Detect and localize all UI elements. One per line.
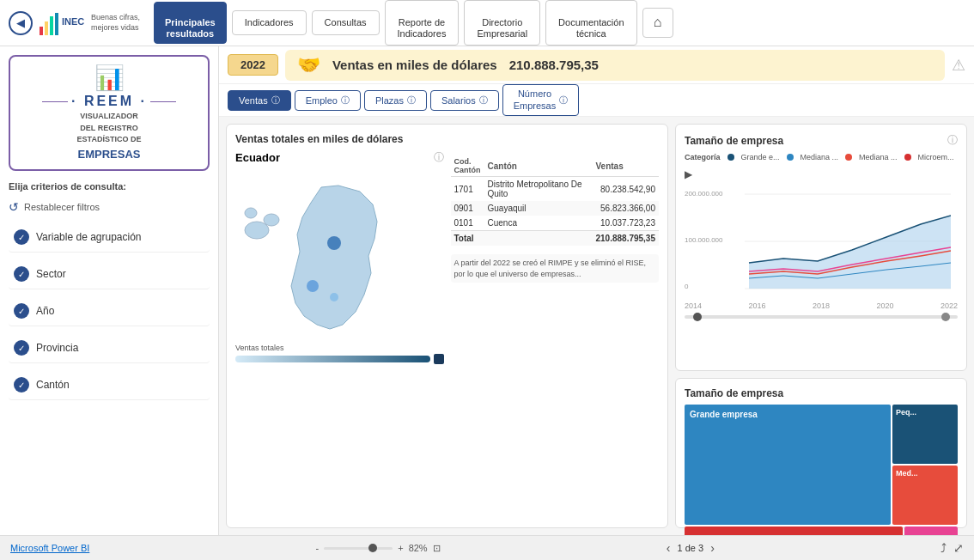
nav-tab-principales[interactable]: Principales resultados bbox=[154, 2, 227, 45]
table-row: 0101 Cuenca 10.037.723,23 bbox=[451, 216, 660, 231]
info-icon-ventas: ⓘ bbox=[271, 94, 280, 107]
criteria-label: Elija criterios de consulta: bbox=[9, 181, 210, 192]
banner-value: 210.888.795,35 bbox=[509, 58, 599, 72]
line-chart-x-labels: 2014 2016 2018 2020 2022 bbox=[685, 301, 958, 310]
info-icon-empresas: ⓘ bbox=[559, 95, 568, 106]
company-size-line-chart: Tamaño de empresa ⓘ Categoría Grande e..… bbox=[675, 124, 967, 371]
treemap-mediana-e[interactable]: Mediana e... bbox=[685, 527, 903, 535]
treemap-grande[interactable]: Grande empresa bbox=[685, 405, 891, 525]
filter-provincia[interactable]: ✓ Provincia bbox=[9, 333, 210, 363]
nav-tab-indicadores[interactable]: Indicadores bbox=[232, 10, 307, 34]
table-row: 1701 Distrito Metropolitano De Quito 80.… bbox=[451, 177, 660, 202]
reem-title: · REEM · bbox=[71, 94, 147, 109]
chevron-icon: ✓ bbox=[14, 229, 29, 245]
legend-more[interactable]: ▶ bbox=[685, 168, 692, 180]
svg-point-10 bbox=[307, 280, 319, 292]
line-chart-legend: Categoría Grande e... Mediana ... Median… bbox=[685, 153, 958, 180]
svg-point-6 bbox=[245, 222, 269, 239]
map-label: Ecuador bbox=[235, 151, 280, 164]
metric-tabs: Ventas ⓘ Empleo ⓘ Plazas ⓘ Salarios ⓘ Nú… bbox=[219, 84, 974, 117]
filter-canton[interactable]: ✓ Cantón bbox=[9, 370, 210, 400]
chevron-icon: ✓ bbox=[14, 303, 29, 319]
svg-point-8 bbox=[245, 208, 257, 218]
inec-tagline: Buenas cifras, mejores vidas bbox=[91, 13, 140, 33]
treemap-visual: Grande empresa Peq... Med... bbox=[685, 405, 958, 525]
legend-label-mediana2: Mediana ... bbox=[859, 153, 898, 161]
svg-text:INEC: INEC bbox=[62, 16, 84, 27]
reem-branding: 📊 · REEM · VISUALIZADOR DEL REGISTRO EST… bbox=[9, 55, 210, 171]
back-button[interactable]: ◀ bbox=[9, 11, 33, 35]
fit-screen-icon[interactable]: ⊡ bbox=[433, 543, 441, 554]
filter-año[interactable]: ✓ Año bbox=[9, 296, 210, 326]
page-prev-button[interactable]: ‹ bbox=[667, 541, 671, 555]
slider-thumb-right[interactable] bbox=[941, 313, 950, 321]
nav-tab-consultas[interactable]: Consultas bbox=[312, 10, 380, 34]
company-size-treemap: Tamaño de empresa Grande empresa Peq... bbox=[675, 378, 967, 528]
tab-empleo[interactable]: Empleo ⓘ bbox=[295, 90, 361, 111]
line-chart-info-icon[interactable]: ⓘ bbox=[947, 133, 958, 148]
legend-label: Ventas totales bbox=[235, 344, 284, 352]
slider-thumb-left[interactable] bbox=[693, 313, 702, 321]
tab-numero-empresas[interactable]: Número Empresas ⓘ bbox=[502, 84, 580, 115]
expand-icons: ⤴ ⤢ bbox=[941, 541, 964, 555]
zoom-plus-button[interactable]: + bbox=[398, 543, 403, 553]
svg-text:100.000.000: 100.000.000 bbox=[685, 236, 723, 244]
nav-tab-directorio[interactable]: Directorio Empresarial bbox=[464, 0, 540, 46]
col-ventas: Ventas bbox=[592, 155, 659, 177]
tab-plazas[interactable]: Plazas ⓘ bbox=[364, 90, 427, 111]
reem-icon: 📊 bbox=[17, 64, 201, 92]
zoom-value: 82% bbox=[409, 543, 428, 553]
tab-salarios[interactable]: Salarios ⓘ bbox=[430, 90, 499, 111]
ecuador-map[interactable] bbox=[235, 170, 416, 338]
year-badge: 2022 bbox=[228, 54, 278, 76]
banner-main: 🤝 Ventas en miles de dólares 210.888.795… bbox=[285, 50, 945, 81]
treemap-right-col: Peq... Med... bbox=[892, 405, 958, 525]
chevron-icon: ✓ bbox=[14, 266, 29, 282]
nav-tab-documentacion[interactable]: Documentación técnica bbox=[545, 0, 636, 46]
filter-variable-agrupacion[interactable]: ✓ Variable de agrupación bbox=[9, 222, 210, 253]
treemap-pequeña[interactable]: Peq... bbox=[892, 405, 958, 464]
map-info-icon[interactable]: ⓘ bbox=[434, 150, 444, 165]
powerbi-link[interactable]: Microsoft Power BI bbox=[10, 543, 89, 553]
left-panel: Ventas totales en miles de dólares Ecuad… bbox=[226, 124, 668, 528]
table-total-row: Total 210.888.795,35 bbox=[451, 231, 660, 247]
zoom-slider[interactable] bbox=[324, 547, 393, 550]
info-icon-plazas: ⓘ bbox=[407, 94, 416, 107]
legend-label-grande: Grande e... bbox=[741, 153, 780, 161]
svg-point-11 bbox=[330, 293, 338, 301]
col-canton: Cantón bbox=[484, 155, 593, 177]
filter-sector[interactable]: ✓ Sector bbox=[9, 259, 210, 289]
zoom-minus-button[interactable]: - bbox=[316, 543, 320, 553]
nav-tab-reporte[interactable]: Reporte de Indicadores bbox=[385, 0, 460, 46]
svg-rect-4 bbox=[55, 13, 58, 35]
table-row: 0901 Guayaquil 56.823.366,00 bbox=[451, 201, 660, 216]
tab-ventas[interactable]: Ventas ⓘ bbox=[228, 90, 291, 111]
page-next-button[interactable]: › bbox=[710, 541, 715, 555]
banner-row: 2022 🤝 Ventas en miles de dólares 210.88… bbox=[219, 46, 974, 84]
svg-text:0: 0 bbox=[685, 283, 689, 290]
svg-rect-3 bbox=[50, 16, 53, 35]
chevron-icon: ✓ bbox=[14, 340, 29, 356]
legend-gradient-bar bbox=[235, 356, 430, 362]
svg-text:200.000.000: 200.000.000 bbox=[685, 190, 723, 198]
content-area: 2022 🤝 Ventas en miles de dólares 210.88… bbox=[219, 46, 974, 535]
treemap-mediana-a[interactable]: Med... bbox=[892, 466, 958, 525]
warning-icon: ⚠ bbox=[952, 56, 965, 75]
zoom-thumb[interactable] bbox=[368, 544, 377, 552]
home-button[interactable]: ⌂ bbox=[642, 8, 673, 38]
treemap-micro[interactable] bbox=[904, 527, 958, 535]
canton-table: Cod. Cantón Cantón Ventas 1701 Distrito … bbox=[451, 155, 660, 246]
side-info-text: A partir del 2022 se creó el RIMPE y se … bbox=[451, 254, 660, 283]
reset-label: Restablecer filtros bbox=[24, 202, 100, 212]
right-panel: Tamaño de empresa ⓘ Categoría Grande e..… bbox=[675, 124, 967, 528]
legend-indicator bbox=[434, 354, 444, 364]
share-icon[interactable]: ⤴ bbox=[941, 541, 947, 555]
top-navigation: ◀ INEC Buenas cifras, mejores vidas bbox=[0, 0, 974, 46]
info-icon-empleo: ⓘ bbox=[341, 94, 350, 107]
fullscreen-icon[interactable]: ⤢ bbox=[953, 541, 964, 555]
reset-filters-button[interactable]: ↺ Restablecer filtros bbox=[9, 198, 210, 216]
info-icon-salarios: ⓘ bbox=[479, 94, 488, 107]
line-chart-slider[interactable] bbox=[685, 315, 958, 319]
zoom-controls: - + 82% ⊡ bbox=[316, 543, 441, 554]
col-cod: Cod. Cantón bbox=[451, 155, 484, 177]
